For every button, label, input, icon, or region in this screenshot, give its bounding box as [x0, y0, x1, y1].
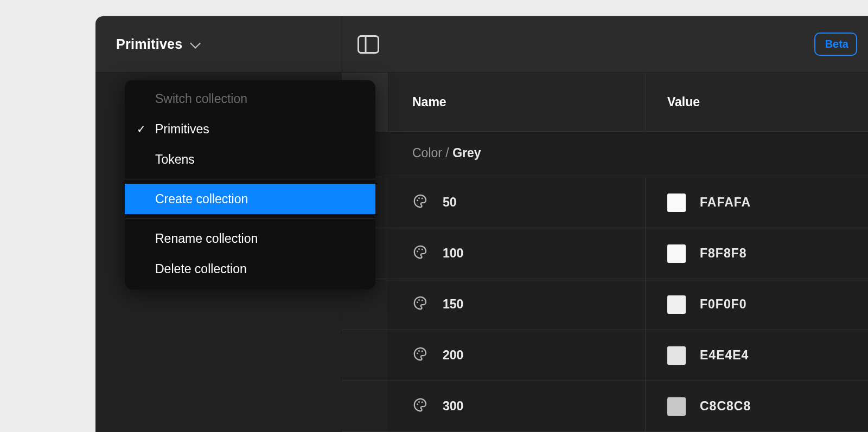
color-swatch — [667, 194, 686, 212]
table-row[interactable]: 300C8C8C8 — [342, 381, 868, 432]
svg-rect-0 — [359, 36, 379, 53]
table-header-row: 20 Name Value — [342, 73, 868, 132]
svg-point-12 — [418, 350, 420, 351]
main: 20 Name Value Color / Grey 50FAFAFA100F8… — [342, 73, 868, 432]
variable-name: 200 — [443, 348, 463, 363]
value-column-header: Value — [646, 73, 868, 131]
group-prefix: Color / — [412, 146, 449, 160]
topbar-right: Beta — [342, 16, 868, 72]
svg-point-9 — [418, 299, 420, 300]
beta-button[interactable]: Beta — [814, 33, 857, 56]
variable-name: 100 — [443, 246, 463, 261]
variable-value: FAFAFA — [700, 195, 751, 210]
group-header[interactable]: Color / Grey — [342, 132, 868, 177]
row-value-cell[interactable]: FAFAFA — [646, 177, 868, 228]
rows-container: 50FAFAFA100F8F8F8150F0F0F0200E4E4E4300C8… — [342, 177, 868, 432]
svg-point-2 — [417, 199, 418, 201]
group-name: Grey — [452, 146, 481, 160]
menu-collection-item[interactable]: Primitives — [125, 114, 375, 144]
svg-point-16 — [422, 401, 423, 403]
svg-point-8 — [417, 301, 418, 303]
collection-label: Primitives — [116, 36, 183, 52]
color-swatch — [667, 397, 686, 416]
color-type-icon — [412, 397, 429, 416]
row-index-gutter — [342, 330, 388, 381]
collection-menu: Switch collection PrimitivesTokens Creat… — [125, 80, 375, 289]
table-row[interactable]: 100F8F8F8 — [342, 228, 868, 279]
row-name-cell[interactable]: 200 — [388, 330, 646, 381]
table-row[interactable]: 200E4E4E4 — [342, 330, 868, 381]
variable-name: 300 — [443, 399, 463, 414]
name-column-header: Name — [388, 73, 646, 131]
topbar: Primitives Beta — [95, 16, 868, 73]
menu-delete-collection[interactable]: Delete collection — [125, 254, 375, 284]
svg-point-6 — [418, 248, 420, 249]
color-type-icon — [412, 295, 429, 314]
svg-point-4 — [422, 197, 423, 199]
color-type-icon — [412, 193, 429, 212]
svg-point-11 — [417, 352, 418, 354]
variable-value: E4E4E4 — [700, 348, 749, 363]
svg-point-10 — [422, 299, 423, 301]
menu-divider — [125, 218, 375, 219]
color-type-icon — [412, 346, 429, 365]
row-value-cell[interactable]: F8F8F8 — [646, 228, 868, 279]
chevron-down-icon — [190, 37, 201, 48]
variable-name: 50 — [443, 195, 457, 210]
svg-point-3 — [418, 197, 420, 198]
menu-switch-header: Switch collection — [125, 83, 375, 114]
variable-name: 150 — [443, 297, 463, 312]
svg-point-7 — [422, 248, 423, 250]
menu-divider — [125, 179, 375, 179]
variable-value: F0F0F0 — [700, 297, 747, 312]
row-value-cell[interactable]: E4E4E4 — [646, 330, 868, 381]
menu-rename-collection[interactable]: Rename collection — [125, 223, 375, 254]
collection-dropdown-trigger[interactable]: Primitives — [116, 36, 198, 52]
svg-point-15 — [418, 401, 420, 402]
color-swatch — [667, 346, 686, 365]
menu-create-collection[interactable]: Create collection — [125, 184, 375, 214]
svg-point-13 — [422, 350, 423, 352]
topbar-left: Primitives — [95, 16, 342, 72]
row-name-cell[interactable]: 100 — [388, 228, 646, 279]
row-value-cell[interactable]: C8C8C8 — [646, 381, 868, 431]
row-index-gutter — [342, 381, 388, 431]
variable-value: F8F8F8 — [700, 246, 747, 261]
svg-point-14 — [417, 403, 418, 405]
color-swatch — [667, 295, 686, 314]
row-name-cell[interactable]: 50 — [388, 177, 646, 228]
variable-value: C8C8C8 — [700, 399, 751, 414]
menu-caret — [201, 80, 214, 81]
variables-panel: Primitives Beta 20 Name Value — [95, 16, 868, 432]
table-row[interactable]: 50FAFAFA — [342, 177, 868, 228]
beta-label: Beta — [825, 38, 848, 50]
color-swatch — [667, 244, 686, 263]
row-name-cell[interactable]: 150 — [388, 279, 646, 330]
menu-collection-item[interactable]: Tokens — [125, 144, 375, 175]
color-type-icon — [412, 244, 429, 263]
svg-point-5 — [417, 250, 418, 252]
row-value-cell[interactable]: F0F0F0 — [646, 279, 868, 330]
table-row[interactable]: 150F0F0F0 — [342, 279, 868, 330]
sidebar-toggle-icon[interactable] — [356, 34, 380, 55]
row-name-cell[interactable]: 300 — [388, 381, 646, 431]
